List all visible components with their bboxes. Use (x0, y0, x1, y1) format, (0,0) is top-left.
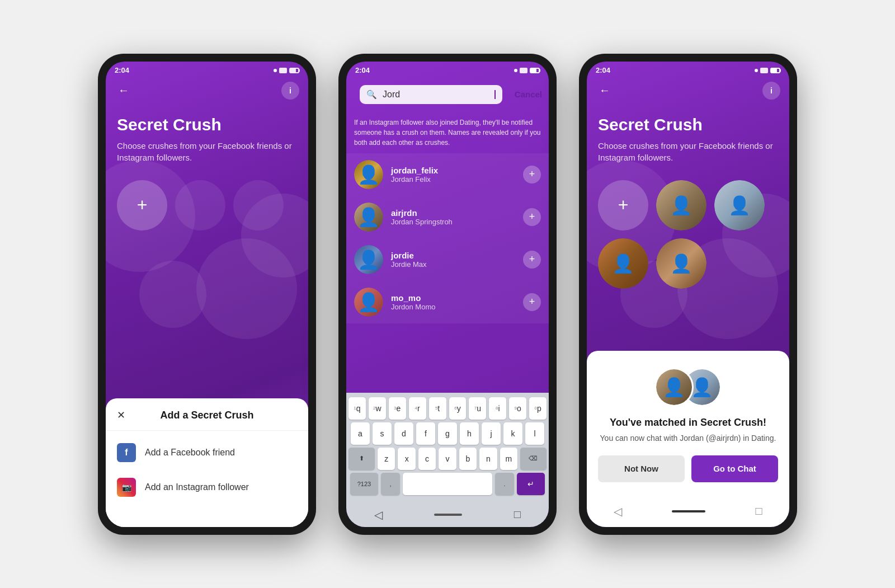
search-result-momo[interactable]: 👤 mo_mo Jordon Momo + (346, 281, 549, 323)
search-bar-2[interactable]: 🔍 Jord (360, 85, 502, 104)
key-j[interactable]: j (482, 422, 501, 445)
decor-circle (196, 238, 297, 339)
key-p[interactable]: 0p (529, 397, 547, 420)
avatar-airjrdn: 👤 (354, 203, 383, 232)
key-l[interactable]: l (525, 422, 544, 445)
info-button-1[interactable]: i (281, 82, 299, 100)
key-comma[interactable]: , (381, 473, 400, 495)
bottom-sheet-1: ✕ Add a Secret Crush f Add a Facebook fr… (106, 398, 308, 527)
phone-1: 2:04 ← i Secret Crus (98, 54, 316, 535)
search-result-jordan-felix[interactable]: 👤 jordan_felix Jordan Felix + (346, 153, 549, 196)
add-instagram-follower-item[interactable]: 📷 Add an Instagram follower (106, 470, 308, 505)
add-crush-button-1[interactable]: + (117, 180, 167, 231)
key-g[interactable]: g (438, 422, 457, 445)
home-indicator-2[interactable] (434, 514, 462, 516)
key-i[interactable]: 8i (489, 397, 506, 420)
crush-circle-2: 👤 (714, 180, 765, 231)
add-facebook-friend-item[interactable]: f Add a Facebook friend (106, 435, 308, 470)
match-buttons: Not Now Go to Chat (598, 455, 778, 482)
phone-2: 2:04 🔍 Jord Cancel If an Instagram follo… (338, 54, 557, 535)
close-button[interactable]: ✕ (117, 409, 125, 421)
key-y[interactable]: 6y (449, 397, 467, 420)
instagram-icon: 📷 (117, 478, 136, 497)
key-d[interactable]: d (394, 422, 413, 445)
screen-title-1: Secret Crush (117, 115, 297, 134)
result-info-jordie: jordie Jordie Max (391, 251, 515, 269)
keyboard-row-numbers: 1q 2w 3e 4r 5t 6y 7u 8i 9o 0p (348, 397, 547, 420)
key-backspace[interactable]: ⌫ (520, 448, 547, 470)
screen-subtitle-1: Choose crushes from your Facebook friend… (117, 140, 297, 163)
status-bar-2: 2:04 (346, 62, 549, 77)
key-space[interactable] (403, 473, 492, 495)
key-x[interactable]: x (398, 448, 415, 470)
nav-back-2[interactable]: ◁ (370, 504, 387, 526)
add-jordan-felix-button[interactable]: + (523, 166, 541, 184)
key-q[interactable]: 1q (348, 397, 366, 420)
key-123[interactable]: ?123 (350, 473, 378, 495)
key-a[interactable]: a (351, 422, 370, 445)
wifi-icon-2 (520, 68, 527, 73)
empty-crush-slot (175, 180, 225, 231)
status-icons-3 (755, 68, 780, 73)
add-crush-button-3[interactable]: + (598, 180, 648, 231)
not-now-button[interactable]: Not Now (598, 455, 685, 482)
bottom-sheet-title: Add a Secret Crush (160, 410, 253, 421)
add-airjrdn-button[interactable]: + (523, 208, 541, 226)
key-u[interactable]: 7u (469, 397, 486, 420)
key-n[interactable]: n (479, 448, 497, 470)
avatar-img-airjrdn: 👤 (354, 203, 383, 232)
facebook-option-label: Add a Facebook friend (145, 448, 235, 458)
add-jordie-button[interactable]: + (523, 251, 541, 269)
key-m[interactable]: m (500, 448, 517, 470)
back-button-3[interactable]: ← (596, 82, 614, 100)
result-name-airjrdn: Jordan Springstroh (391, 218, 515, 226)
key-w[interactable]: 2w (369, 397, 386, 420)
key-h[interactable]: h (460, 422, 479, 445)
add-momo-button[interactable]: + (523, 293, 541, 311)
battery-icon-2 (530, 68, 540, 73)
key-o[interactable]: 9o (509, 397, 526, 420)
key-enter[interactable]: ↵ (517, 473, 545, 495)
nav-bar-3: ◁ □ (587, 496, 789, 527)
search-result-airjrdn[interactable]: 👤 airjrdn Jordan Springstroh + (346, 196, 549, 238)
key-z[interactable]: z (378, 448, 395, 470)
crush-circle-3: 👤 (598, 238, 648, 289)
key-period[interactable]: . (495, 473, 514, 495)
search-result-jordie[interactable]: 👤 jordie Jordie Max + (346, 238, 549, 281)
key-v[interactable]: v (439, 448, 456, 470)
screen-subtitle-3: Choose crushes from your Facebook friend… (598, 140, 778, 163)
key-k[interactable]: k (503, 422, 522, 445)
avatar-img-jordan-felix: 👤 (354, 160, 383, 189)
key-c[interactable]: c (418, 448, 436, 470)
home-indicator-3[interactable] (672, 510, 705, 512)
go-to-chat-button[interactable]: Go to Chat (691, 455, 778, 482)
keyboard: 1q 2w 3e 4r 5t 6y 7u 8i 9o 0p a s d f g … (346, 393, 549, 502)
match-avatar-jordan: 👤 (654, 368, 694, 407)
result-name-jordan-felix: Jordan Felix (391, 175, 515, 184)
key-r[interactable]: 4r (409, 397, 426, 420)
search-cancel-button[interactable]: Cancel (515, 90, 542, 99)
search-input-text[interactable]: Jord (383, 90, 488, 100)
keyboard-row-bottom: ?123 , . ↵ (348, 473, 547, 495)
nav-square-3[interactable]: □ (751, 500, 766, 522)
key-t[interactable]: 5t (429, 397, 446, 420)
info-button-3[interactable]: i (762, 82, 780, 100)
result-info-momo: mo_mo Jordon Momo (391, 293, 515, 311)
instagram-option-label: Add an Instagram follower (145, 482, 249, 492)
status-icons-1 (274, 68, 299, 73)
nav-back-3[interactable]: ◁ (609, 500, 626, 523)
key-shift[interactable]: ⬆ (348, 448, 375, 470)
back-button-1[interactable]: ← (115, 82, 133, 100)
avatar-momo: 👤 (354, 288, 383, 317)
key-f[interactable]: f (416, 422, 435, 445)
wifi-icon-3 (760, 68, 768, 73)
empty-crush-slot (233, 180, 284, 231)
result-username-airjrdn: airjrdn (391, 208, 515, 218)
search-results-container: 👤 jordan_felix Jordan Felix + 👤 airjrdn … (346, 153, 549, 393)
key-s[interactable]: s (373, 422, 392, 445)
nav-bar-2: ◁ □ (346, 502, 549, 527)
key-b[interactable]: b (459, 448, 477, 470)
key-e[interactable]: 3e (389, 397, 406, 420)
nav-square-2[interactable]: □ (510, 504, 525, 525)
match-popup: 👤 👤 You've matched in Secret Crush! You … (587, 351, 789, 496)
